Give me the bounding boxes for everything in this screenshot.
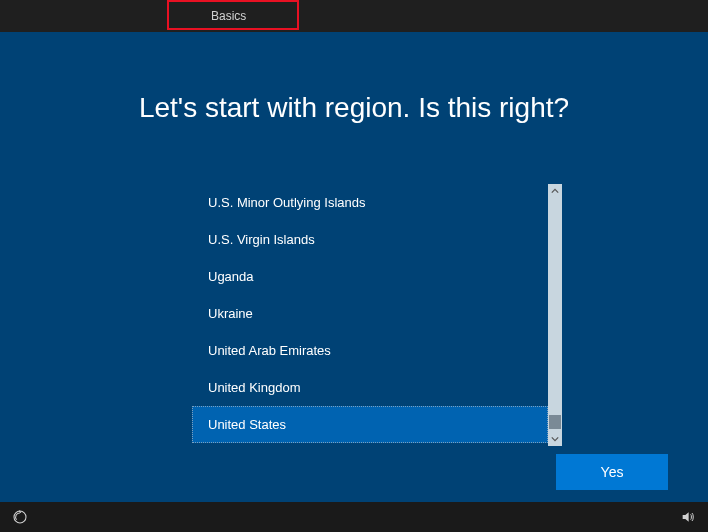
list-item[interactable]: Ukraine <box>192 295 548 332</box>
tab-basics[interactable]: Basics <box>211 9 246 23</box>
page-title: Let's start with region. Is this right? <box>0 92 708 124</box>
main-content: Let's start with region. Is this right? … <box>0 32 708 502</box>
bottom-bar <box>0 502 708 532</box>
list-item[interactable]: U.S. Minor Outlying Islands <box>192 184 548 221</box>
chevron-up-icon <box>551 187 559 195</box>
scroll-thumb[interactable] <box>549 415 561 429</box>
list-item-selected[interactable]: United States <box>192 406 548 443</box>
list-item[interactable]: United Arab Emirates <box>192 332 548 369</box>
list-item[interactable]: Uganda <box>192 258 548 295</box>
yes-button[interactable]: Yes <box>556 454 668 490</box>
scrollbar[interactable] <box>548 184 562 446</box>
scroll-down-button[interactable] <box>548 432 562 446</box>
ease-of-access-icon[interactable] <box>10 507 30 527</box>
region-list-container: U.S. Minor Outlying Islands U.S. Virgin … <box>192 184 562 446</box>
list-item[interactable]: U.S. Virgin Islands <box>192 221 548 258</box>
top-bar: Basics <box>0 0 708 32</box>
scroll-track[interactable] <box>548 198 562 432</box>
chevron-down-icon <box>551 435 559 443</box>
volume-icon[interactable] <box>678 507 698 527</box>
region-list[interactable]: U.S. Minor Outlying Islands U.S. Virgin … <box>192 184 548 446</box>
list-item[interactable]: United Kingdom <box>192 369 548 406</box>
scroll-up-button[interactable] <box>548 184 562 198</box>
